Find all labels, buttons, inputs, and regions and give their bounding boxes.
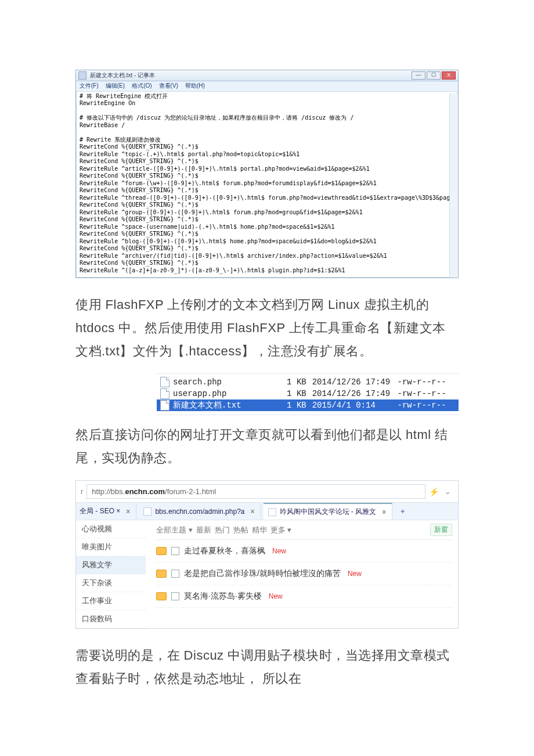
browser-address-bar: r http://bbs.enchn.com/forum-2-1.html ⚡ … <box>76 481 458 503</box>
file-permissions: -rw-r--r-- <box>398 401 455 410</box>
file-name: search.php <box>173 377 279 387</box>
file-date: 2014/12/26 17:49 <box>312 377 394 387</box>
sidebar-item[interactable]: 口袋数码 <box>76 610 146 628</box>
notepad-title: 新建文本文档.txt - 记事本 <box>90 72 155 80</box>
chevron-down-icon: ▾ <box>189 525 193 534</box>
sidebar-item[interactable]: 天下杂谈 <box>76 574 146 592</box>
url-prefix: http://bbs. <box>92 487 125 496</box>
favicon-icon <box>143 507 151 516</box>
tab-close-icon[interactable]: × <box>380 508 386 516</box>
folder-icon <box>156 592 167 600</box>
file-size: 1 KB <box>282 389 308 398</box>
folder-icon <box>156 547 167 555</box>
file-row[interactable]: userapp.php1 KB2014/12/26 17:49-rw-r--r-… <box>157 388 459 399</box>
file-row[interactable]: search.php1 KB2014/12/26 17:49-rw-r--r-- <box>157 376 459 388</box>
file-date: 2015/4/1 0:14 <box>312 401 394 410</box>
thread-title[interactable]: 莫名海·流苏岛·雾失楼 <box>184 591 262 602</box>
vertical-scrollbar[interactable] <box>449 93 458 278</box>
thread-filter-bar: 全部主题 ▾ 最新 热门 热帖 精华 更多 ▾ 新窗 <box>156 520 452 540</box>
ftp-file-list: search.php1 KB2014/12/26 17:49-rw-r--r--… <box>157 373 459 415</box>
tab-label: 全局 - SEO × <box>80 506 120 516</box>
new-badge: New <box>272 547 286 555</box>
tab-label: 吟风阁中国风文学论坛 - 风雅文 <box>280 507 377 517</box>
checkbox[interactable] <box>171 547 179 555</box>
article-paragraph-1: 使用 FlashFXP 上传刚才的文本文档到万网 Linux 虚拟主机的 htd… <box>75 293 459 363</box>
lightning-icon[interactable]: ⚡ <box>429 487 439 496</box>
article-paragraph-2: 然后直接访问你的网址打开文章页就可以看到他们都是以 html 结尾，实现伪静态。 <box>75 423 459 470</box>
checkbox[interactable] <box>171 592 179 600</box>
tab-close-icon[interactable]: × <box>124 507 130 516</box>
menu-help[interactable]: 帮助(H) <box>185 82 205 90</box>
notepad-text-area[interactable]: # 将 RewriteEngine 模式打开 RewriteEngine On … <box>76 92 458 278</box>
notepad-window: 新建文本文档.txt - 记事本 — ☐ X 文件(F) 编辑(E) 格式(O)… <box>75 70 459 278</box>
thread-row[interactable]: 莫名海·流苏岛·雾失楼New <box>156 585 452 608</box>
browser-tab[interactable]: 全局 - SEO ×× <box>80 503 136 519</box>
filter-digest[interactable]: 精华 <box>252 525 267 535</box>
file-size: 1 KB <box>282 377 308 387</box>
url-host: enchn.com <box>125 487 165 496</box>
browser-tab[interactable]: bbs.enchn.com/admin.php?a× <box>139 505 261 519</box>
checkbox[interactable] <box>171 570 179 578</box>
new-badge: New <box>269 592 283 600</box>
file-name: userapp.php <box>173 389 279 398</box>
sidebar-item[interactable]: 唯美图片 <box>76 538 146 556</box>
notepad-titlebar[interactable]: 新建文本文档.txt - 记事本 — ☐ X <box>76 70 458 81</box>
minimize-button[interactable]: — <box>412 71 425 80</box>
file-icon <box>160 400 169 411</box>
file-icon <box>160 377 169 387</box>
file-name: 新建文本文档.txt <box>173 400 279 411</box>
filter-hot[interactable]: 热门 <box>215 525 230 535</box>
notepad-icon <box>78 71 86 80</box>
thread-row[interactable]: 走过春夏秋冬，喜落枫New <box>156 540 452 563</box>
menu-edit[interactable]: 编辑(E) <box>106 82 125 90</box>
file-date: 2014/12/26 17:49 <box>312 389 394 398</box>
file-permissions: -rw-r--r-- <box>398 377 455 387</box>
menu-view[interactable]: 查看(V) <box>159 82 178 90</box>
address-dropdown-icon[interactable]: ⌄ <box>442 487 453 496</box>
sidebar-item[interactable]: 风雅文学 <box>76 556 146 574</box>
thread-title[interactable]: 老是把自己當作珍珠/就時時怕被埋沒的痛苦 <box>184 568 341 579</box>
browser-window: r http://bbs.enchn.com/forum-2-1.html ⚡ … <box>75 480 459 629</box>
notepad-menubar: 文件(F) 编辑(E) 格式(O) 查看(V) 帮助(H) <box>76 81 458 92</box>
filter-latest[interactable]: 最新 <box>196 525 211 535</box>
favicon-icon <box>268 508 276 516</box>
menu-format[interactable]: 格式(O) <box>132 82 151 90</box>
menu-file[interactable]: 文件(F) <box>80 82 99 90</box>
sidebar-item[interactable]: 心动视频 <box>76 520 146 538</box>
file-size: 1 KB <box>282 401 308 410</box>
chevron-down-icon: ▾ <box>287 525 291 534</box>
url-field[interactable]: http://bbs.enchn.com/forum-2-1.html <box>86 484 425 499</box>
addr-prefix-letter: r <box>81 487 83 496</box>
new-window-button[interactable]: 新窗 <box>430 524 452 536</box>
maximize-button[interactable]: ☐ <box>427 71 441 80</box>
thread-list: 走过春夏秋冬，喜落枫New老是把自己當作珍珠/就時時怕被埋沒的痛苦New莫名海·… <box>156 540 452 608</box>
filter-all[interactable]: 全部主题 ▾ <box>156 525 193 535</box>
file-row[interactable]: 新建文本文档.txt1 KB2015/4/1 0:14-rw-r--r-- <box>157 399 459 411</box>
new-badge: New <box>348 570 362 578</box>
thread-title[interactable]: 走过春夏秋冬，喜落枫 <box>184 546 265 556</box>
thread-row[interactable]: 老是把自己當作珍珠/就時時怕被埋沒的痛苦New <box>156 563 452 585</box>
tab-close-icon[interactable]: × <box>248 507 254 516</box>
add-tab-button[interactable]: + <box>395 505 410 518</box>
tab-label: bbs.enchn.com/admin.php?a <box>155 507 244 516</box>
forum-side-nav: 心动视频唯美图片风雅文学天下杂谈工作事业口袋数码 <box>76 520 146 628</box>
url-path: /forum-2-1.html <box>165 487 216 496</box>
browser-tab-strip: 全局 - SEO ××bbs.enchn.com/admin.php?a×吟风阁… <box>76 503 458 520</box>
forum-body: 全部主题 ▾ 最新 热门 热帖 精华 更多 ▾ 新窗 走过春夏秋冬，喜落枫New… <box>146 520 458 628</box>
browser-tab[interactable]: 吟风阁中国风文学论坛 - 风雅文× <box>264 503 393 520</box>
file-permissions: -rw-r--r-- <box>398 389 455 398</box>
filter-hotposts[interactable]: 热帖 <box>233 525 248 535</box>
sidebar-item[interactable]: 工作事业 <box>76 592 146 610</box>
window-buttons: — ☐ X <box>412 71 456 80</box>
article-paragraph-3: 需要说明的是，在 Discuz 中调用贴子模块时，当选择用文章模式查看贴子时，依… <box>75 644 459 690</box>
folder-icon <box>156 570 167 578</box>
close-button[interactable]: X <box>442 71 456 80</box>
file-icon <box>160 388 169 399</box>
filter-more[interactable]: 更多 ▾ <box>270 525 292 535</box>
